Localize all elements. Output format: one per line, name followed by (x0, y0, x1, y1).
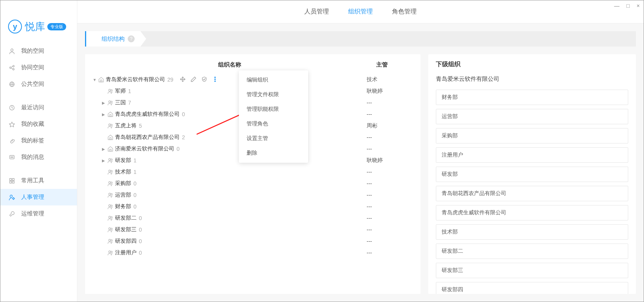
tree-node-mgr: --- (367, 180, 413, 187)
expander-icon[interactable]: ▶ (102, 101, 107, 105)
sub-org-item[interactable]: 财务部 (436, 90, 628, 105)
tree-node-count: 0 (133, 204, 137, 210)
sub-org-item[interactable]: 技术部 (436, 224, 628, 240)
tree-node-count: 0 (177, 146, 180, 152)
sub-org-current: 青岛爱米云软件有限公司 (436, 75, 628, 83)
sidebar-item-9[interactable]: 运维管理 (0, 205, 77, 222)
tree-row[interactable]: 财务部0--- (93, 201, 413, 212)
breadcrumb-tab[interactable]: 组织结构 ? (85, 31, 146, 47)
svg-rect-41 (110, 149, 111, 151)
sidebar-item-7[interactable]: 常用工具 (0, 172, 77, 189)
breadcrumb-bar: 组织结构 ? (85, 31, 636, 47)
svg-point-58 (109, 251, 111, 253)
context-menu-item-1[interactable]: 管理文件权限 (239, 87, 308, 102)
context-menu: 编辑组织管理文件权限管理职能权限管理角色设置主管删除 (239, 70, 308, 163)
tree-node-mgr: --- (367, 250, 413, 256)
window-close[interactable]: × (637, 3, 640, 9)
sidebar-item-8[interactable]: 人事管理 (0, 189, 77, 205)
tree-node-label: 研发部 (115, 157, 131, 164)
sub-org-item[interactable]: 研发部二 (436, 244, 628, 259)
svg-point-14 (11, 157, 12, 157)
window-minimize[interactable]: — (614, 3, 619, 9)
sub-org-item[interactable]: 研发部四 (436, 282, 628, 294)
tree-row[interactable]: 研发部二0--- (93, 212, 413, 224)
context-menu-item-0[interactable]: 编辑组织 (239, 73, 308, 87)
tree-node-mgr: --- (367, 111, 413, 117)
sidebar-item-label: 人事管理 (21, 194, 44, 201)
sidebar-item-5[interactable]: 我的标签 (0, 132, 77, 149)
sub-org-item[interactable]: 研发部三 (436, 263, 628, 278)
svg-point-50 (109, 205, 111, 207)
sidebar-item-6[interactable]: 我的消息 (0, 149, 77, 165)
tree-node-label: 研发部二 (115, 215, 137, 222)
svg-point-31 (214, 78, 215, 79)
svg-point-57 (111, 240, 112, 241)
top-tab-2[interactable]: 角色管理 (392, 8, 417, 16)
message-icon (9, 154, 17, 160)
more-icon[interactable] (212, 76, 218, 83)
tree-row[interactable]: 采购部0--- (93, 178, 413, 189)
sub-org-item[interactable]: 青岛朝花西农产品有限公司 (436, 186, 628, 201)
sub-org-title: 下级组织 (436, 60, 628, 68)
sub-org-item[interactable]: 运营部 (436, 109, 628, 124)
sub-org-item[interactable]: 研发部 (436, 167, 628, 182)
sub-org-item[interactable]: 青岛虎虎生威软件有限公司 (436, 205, 628, 220)
top-tab-0[interactable]: 人员管理 (304, 8, 329, 16)
svg-rect-40 (110, 138, 111, 140)
window-maximize[interactable]: □ (626, 3, 629, 9)
sidebar-item-0[interactable]: 我的空间 (0, 43, 77, 59)
tree-node-label: 青岛朝花西农产品有限公司 (115, 134, 180, 141)
move-icon[interactable] (180, 76, 186, 83)
sidebar-item-2[interactable]: 公共空间 (0, 76, 77, 92)
sub-org-item[interactable]: 采购部 (436, 128, 628, 143)
context-menu-item-5[interactable]: 删除 (239, 146, 308, 160)
svg-point-44 (109, 170, 111, 172)
edit-icon[interactable] (190, 76, 197, 83)
sub-org-item[interactable]: 注册用户 (436, 147, 628, 163)
users-icon (107, 88, 113, 94)
tree-node-mgr: --- (367, 134, 413, 140)
tree-node-mgr: --- (367, 238, 413, 244)
org-tree-panel: 组织名称 主管 ▼青岛爱米云软件有限公司29技术军师1耿晓婷▶三国7---▶青岛… (85, 54, 420, 294)
brand-name: 悦库 (25, 20, 45, 33)
context-menu-item-3[interactable]: 管理角色 (239, 117, 308, 131)
sidebar-item-3[interactable]: 最近访问 (0, 99, 77, 116)
clock-icon (9, 105, 17, 111)
tree-row[interactable]: 注册用户0--- (93, 247, 413, 259)
context-menu-item-2[interactable]: 管理职能权限 (239, 102, 308, 117)
tree-node-mgr: --- (367, 169, 413, 175)
brand-logo-icon: y (8, 20, 22, 33)
expander-icon[interactable]: ▶ (102, 147, 107, 151)
tree-node-count: 0 (139, 227, 142, 233)
svg-point-33 (109, 89, 111, 91)
window-controls: — □ × (614, 3, 640, 9)
sidebar-item-1[interactable]: 协同空间 (0, 59, 77, 76)
top-tab-1[interactable]: 组织管理 (348, 8, 373, 16)
tree-node-label: 五虎上将 (115, 122, 137, 129)
expander-icon[interactable]: ▶ (102, 112, 107, 117)
svg-point-16 (13, 157, 13, 157)
svg-point-43 (111, 159, 112, 160)
svg-line-5 (11, 68, 13, 69)
expander-icon[interactable]: ▶ (102, 159, 107, 163)
svg-rect-20 (12, 181, 14, 183)
tree-row[interactable]: 研发部四0--- (93, 235, 413, 247)
sidebar-item-label: 我的消息 (21, 154, 44, 161)
svg-point-59 (111, 251, 112, 253)
star-icon (9, 121, 17, 127)
tree-row[interactable]: 运营部0--- (93, 189, 413, 201)
svg-point-49 (111, 194, 112, 195)
shield-icon[interactable] (201, 76, 207, 83)
tree-node-mgr: --- (367, 100, 413, 106)
context-menu-item-4[interactable]: 设置主管 (239, 131, 308, 146)
sidebar-item-4[interactable]: 我的收藏 (0, 116, 77, 132)
tree-header-name: 组织名称 (100, 61, 359, 68)
expander-icon[interactable]: ▼ (93, 78, 98, 82)
svg-rect-17 (10, 179, 12, 180)
tree-node-mgr: 耿晓婷 (367, 88, 413, 95)
tree-node-count: 29 (167, 77, 174, 83)
help-icon[interactable]: ? (128, 35, 135, 42)
tree-row[interactable]: 研发部三0--- (93, 224, 413, 235)
tree-node-count: 7 (128, 100, 131, 106)
tree-row[interactable]: 技术部1--- (93, 166, 413, 178)
